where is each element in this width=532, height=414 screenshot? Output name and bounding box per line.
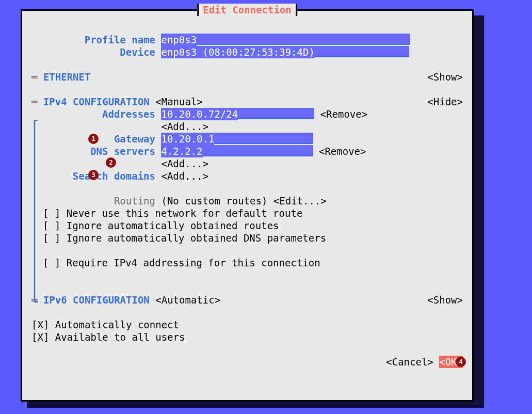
gateway-input[interactable]: 10.20.0.1 — [161, 133, 214, 145]
ipv6-show-button[interactable]: <Show> — [427, 294, 463, 306]
device-underline — [315, 46, 409, 57]
checkbox-auto-connect[interactable]: [X] Automatically connect — [31, 319, 179, 331]
annotation-marker-2: 2 — [106, 157, 116, 168]
dns-0-remove-button[interactable]: <Remove> — [319, 145, 366, 157]
ipv6-section: IPv6 CONFIGURATION — [43, 294, 150, 306]
checkbox-ignore-dns[interactable]: [ ] Ignore automatically obtained DNS pa… — [43, 232, 326, 244]
section-marker: ═ — [31, 294, 43, 306]
profile-name-underline — [197, 34, 410, 45]
device-label: Device — [31, 46, 155, 58]
ipv4-hide-button[interactable]: <Hide> — [427, 95, 463, 108]
checkbox-require-ipv4[interactable]: [ ] Require IPv4 addressing for this con… — [43, 257, 320, 269]
edit-connection-window: Edit Connection Profile name enp0s3 Devi… — [21, 9, 474, 402]
profile-name-input[interactable]: enp0s3 — [161, 34, 197, 46]
ipv6-mode-select[interactable]: <Automatic> — [155, 294, 220, 306]
routing-status: (No custom routes) — [161, 195, 267, 207]
address-add-button[interactable]: <Add...> — [161, 120, 208, 133]
checkbox-ignore-routes[interactable]: [ ] Ignore automatically obtained routes — [43, 219, 279, 232]
address-0-underline — [238, 108, 314, 119]
search-domains-add-button[interactable]: <Add...> — [161, 170, 208, 182]
section-marker: ═ — [31, 96, 43, 107]
dns-0-underline — [203, 145, 313, 156]
checkbox-never-default[interactable]: [ ] Never use this network for default r… — [43, 207, 302, 219]
ethernet-section: ETHERNET — [43, 71, 91, 83]
address-0-input[interactable]: 10.20.0.72/24 — [161, 108, 238, 120]
dns-add-button[interactable]: <Add...> — [161, 157, 208, 170]
cancel-button[interactable]: <Cancel> — [386, 356, 433, 368]
addresses-label: Addresses — [31, 108, 155, 120]
checkbox-all-users[interactable]: [X] Available to all users — [31, 331, 185, 343]
routing-label: Routing — [31, 195, 155, 207]
gateway-underline — [214, 133, 313, 144]
profile-name-label: Profile name — [31, 34, 155, 46]
section-marker: ═ — [31, 71, 43, 83]
address-0-remove-button[interactable]: <Remove> — [320, 108, 368, 120]
annotation-marker-3: 3 — [88, 170, 99, 180]
ipv4-mode-select[interactable]: <Manual> — [155, 96, 203, 107]
device-input[interactable]: enp0s3 (08:00:27:53:39:4D) — [161, 46, 314, 58]
annotation-marker-4: 4 — [456, 357, 466, 367]
annotation-marker-1: 1 — [88, 134, 99, 144]
dns-0-input[interactable]: 4.2.2.2 — [161, 145, 202, 157]
routing-edit-button[interactable]: <Edit...> — [273, 195, 327, 207]
window-title: Edit Connection — [203, 4, 292, 15]
dns-label: DNS servers — [31, 145, 155, 157]
ipv4-section: IPv4 CONFIGURATION — [43, 96, 150, 107]
ethernet-show-button[interactable]: <Show> — [427, 71, 463, 83]
